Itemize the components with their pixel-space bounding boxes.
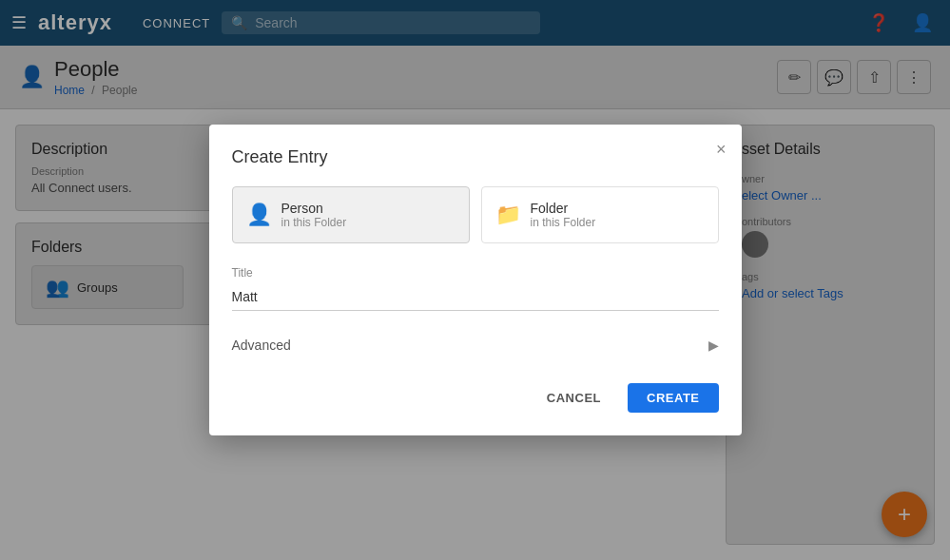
create-entry-dialog: Create Entry × 👤 Person in this Folder 📁… xyxy=(209,125,742,435)
dialog-title: Create Entry xyxy=(232,147,719,167)
person-type-sub: in this Folder xyxy=(281,216,347,229)
close-dialog-button[interactable]: × xyxy=(716,140,727,160)
advanced-arrow-icon: ▶ xyxy=(708,338,719,353)
entry-type-folder[interactable]: 📁 Folder in this Folder xyxy=(481,186,719,243)
create-entry-form: Title Advanced ▶ xyxy=(232,266,719,360)
advanced-section[interactable]: Advanced ▶ xyxy=(232,330,719,360)
advanced-label: Advanced xyxy=(232,338,291,353)
entry-type-selector: 👤 Person in this Folder 📁 Folder in this… xyxy=(232,186,719,243)
title-input[interactable] xyxy=(232,283,719,311)
person-type-text: Person in this Folder xyxy=(281,201,347,229)
modal-overlay: Create Entry × 👤 Person in this Folder 📁… xyxy=(0,0,950,560)
folder-type-sub: in this Folder xyxy=(531,216,596,229)
create-button[interactable]: CREATE xyxy=(628,383,718,413)
folder-type-name: Folder xyxy=(531,201,596,216)
folder-type-text: Folder in this Folder xyxy=(531,201,596,229)
title-label: Title xyxy=(232,266,719,280)
person-type-name: Person xyxy=(281,201,347,216)
person-type-icon: 👤 xyxy=(246,203,272,227)
dialog-actions: CANCEL CREATE xyxy=(232,383,719,413)
cancel-button[interactable]: CANCEL xyxy=(528,383,620,413)
entry-type-person[interactable]: 👤 Person in this Folder xyxy=(232,186,470,243)
folder-type-icon: 📁 xyxy=(495,203,521,227)
